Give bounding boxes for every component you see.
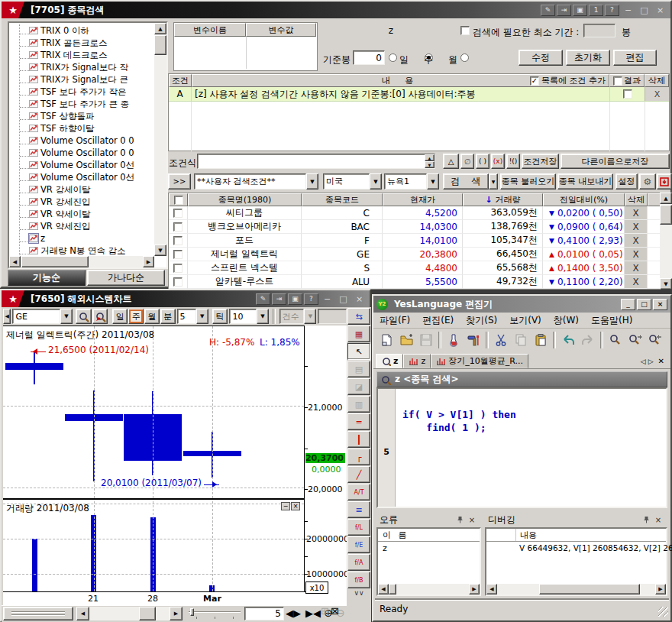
row-delete-button[interactable]: X <box>625 275 648 289</box>
period-minute-button[interactable]: 분 <box>160 309 176 324</box>
select-all-checkbox[interactable] <box>174 196 183 205</box>
redo-button[interactable] <box>578 330 598 350</box>
pane-splitter-handle[interactable] <box>3 607 73 620</box>
screen-one-icon[interactable]: 1 <box>589 5 603 16</box>
copy-button[interactable] <box>511 330 531 350</box>
close-icon[interactable]: × <box>466 514 478 525</box>
minimize-button[interactable]: ─ <box>320 293 334 305</box>
parallel-lines-tool-icon[interactable]: ≡ <box>347 501 370 518</box>
spin-down-icon[interactable]: ▼ <box>425 161 435 168</box>
open-file-button[interactable] <box>396 330 416 350</box>
alert-button[interactable] <box>657 173 672 190</box>
scroll-left-icon[interactable]: ◀ <box>378 584 389 594</box>
find-prev-button[interactable] <box>645 330 665 350</box>
formula-not-paren-button[interactable]: !() <box>506 154 520 169</box>
condition-result-cell[interactable] <box>609 87 645 101</box>
scroll-left-icon[interactable]: ◀ <box>76 607 89 620</box>
col-stock-code[interactable]: 종목코드 <box>302 193 383 206</box>
col-delete[interactable]: 삭제 <box>645 74 669 87</box>
tab-chart-longterm[interactable]: 장기_10월평균_R... <box>431 354 528 368</box>
text-tool-icon[interactable]: A/T <box>347 484 370 501</box>
tree-item[interactable]: TSF 보다 주가가 작은 <box>9 86 144 98</box>
tree-item[interactable]: VR 강세진입 <box>9 196 144 208</box>
multi-chart-icon[interactable]: ▦ <box>347 326 370 342</box>
minute-combo[interactable]: 5▼ <box>177 309 208 324</box>
tree-item[interactable]: Volume Oscillator 0선 <box>9 159 144 171</box>
row-check-cell[interactable] <box>169 220 188 234</box>
tree-item[interactable]: TRIX 데드크로스 <box>9 49 144 61</box>
tab-search-z[interactable]: z <box>376 354 403 368</box>
export-window-icon[interactable]: ⇥ <box>272 293 286 305</box>
close-button[interactable]: × <box>653 5 667 16</box>
help-icon[interactable]: ? <box>605 5 619 16</box>
errors-col-header[interactable]: 이 름 <box>378 529 480 542</box>
chevron-down-icon[interactable]: ▼ <box>370 173 382 190</box>
row-checkbox[interactable] <box>173 264 183 273</box>
result-row[interactable]: 씨티그룹 C 4,5200 363,059천 0,0200 ( 0,50) X <box>169 206 661 220</box>
formula-paren-button[interactable]: ( ) <box>476 154 489 169</box>
var-value-cell[interactable] <box>247 37 317 69</box>
scroll-track[interactable] <box>89 607 170 620</box>
tree-item[interactable]: Volume Oscillator 0 0 <box>9 147 144 159</box>
error-row[interactable]: z <box>378 542 480 554</box>
vertical-line-tool-icon[interactable]: ┃ <box>347 431 370 448</box>
close-icon[interactable]: × <box>652 514 664 525</box>
scroll-track[interactable] <box>497 584 539 594</box>
row-delete-button[interactable]: X <box>625 234 648 248</box>
pin-icon[interactable] <box>640 514 652 525</box>
maximize-button[interactable]: □ <box>336 293 351 305</box>
search-button[interactable]: 검 색 <box>443 173 489 190</box>
tree-item[interactable]: 거래량 N봉 연속 감소 <box>9 245 144 257</box>
search-dropdown-button[interactable]: ▼ <box>489 173 498 190</box>
row-checkbox[interactable] <box>173 250 183 259</box>
col-volume[interactable]: ↓거래량 <box>463 193 543 206</box>
row-result-checkbox[interactable] <box>623 89 632 99</box>
scroll-right-icon[interactable]: ▶ <box>655 584 666 594</box>
scroll-thumb[interactable] <box>660 205 672 225</box>
period-month-button[interactable]: 월 <box>144 309 160 324</box>
scroll-down-icon[interactable]: ▼ <box>660 278 672 290</box>
tree-item[interactable]: TRIX가 Signal보다 작 <box>9 61 144 73</box>
close-button[interactable]: × <box>352 293 367 305</box>
formula-triangle-button[interactable]: △ <box>443 154 459 169</box>
row-checkbox[interactable] <box>173 277 183 287</box>
find-button[interactable] <box>606 330 625 350</box>
debug-hscrollbar[interactable]: ◀ ▶ <box>486 584 666 594</box>
tree-item[interactable]: Volume Oscillator 0선 <box>9 171 144 183</box>
tab-chart-z[interactable]: z <box>403 354 431 368</box>
undo-button[interactable] <box>558 330 578 350</box>
cascade-windows-icon[interactable]: ▣ <box>288 293 302 305</box>
result-row[interactable]: 스프린트 넥스텔 S 4,4800 65,568천 0,1400 ( 3,50)… <box>169 261 661 275</box>
errors-list[interactable]: 이 름 z ◀ ▶ <box>376 527 481 596</box>
tree-item[interactable]: TSF 보다 주가가 큰 종 <box>9 98 144 110</box>
chart-titlebar[interactable]: ★ [7650] 해외시스템차트 ✎ ⇥ ▣ ? ─ □ × <box>2 290 370 307</box>
stock-search-titlebar[interactable]: ★ [7705] 종목검색 ✎ ⇥ ▣ 1 ? ─ □ × <box>2 2 670 18</box>
col-result[interactable]: 결과 <box>609 74 645 87</box>
results-vscrollbar[interactable]: ▲ ▼ <box>660 193 672 290</box>
cursor-tool-icon[interactable]: ↖ <box>347 343 370 360</box>
resize-grip[interactable] <box>658 607 668 617</box>
tab-alphabet-order[interactable]: 가나다순 <box>87 270 165 286</box>
tree-item[interactable]: TRIX가 Signal보다 큰 <box>9 73 144 86</box>
scroll-left-icon[interactable]: ◀ <box>9 256 21 267</box>
row-check-cell[interactable] <box>169 261 188 275</box>
result-row[interactable]: 뱅크오브아메리카 BAC 14,0300 138,769천 0,0900 ( 0… <box>169 220 661 234</box>
country-combo[interactable]: 미국▼ <box>323 173 382 190</box>
formula-input[interactable]: ▲ ▼ <box>197 154 435 169</box>
row-delete-button[interactable]: X <box>625 248 648 261</box>
col-price[interactable]: 현재가 <box>383 193 463 206</box>
debug-col-header[interactable]: 내용 <box>516 530 537 541</box>
cut-button[interactable] <box>491 330 511 350</box>
result-row[interactable]: 포드 F 14,0100 105,347천 0,4100 ( 2,93) X <box>169 234 661 248</box>
tree-item[interactable]: TSF 상향돌파 <box>9 110 144 122</box>
tick-combo[interactable]: 10▼ <box>229 309 268 324</box>
tree-item[interactable]: VR 약세진입 <box>9 220 144 232</box>
save-condition-button[interactable]: 조건저장 <box>522 154 559 169</box>
grid-toggle-icon[interactable]: ⊞ <box>321 605 329 617</box>
formula-paren-x-button[interactable]: (x) <box>491 154 505 169</box>
col-change[interactable]: 전일대비(%) <box>543 193 625 206</box>
symbol-combo[interactable]: GE▼ <box>12 309 73 324</box>
tree-item[interactable]: Volume Oscillator 0 0 <box>9 134 144 147</box>
menu-file[interactable]: 파일(F) <box>373 313 416 329</box>
menu-help[interactable]: 도움말(H) <box>585 313 638 329</box>
